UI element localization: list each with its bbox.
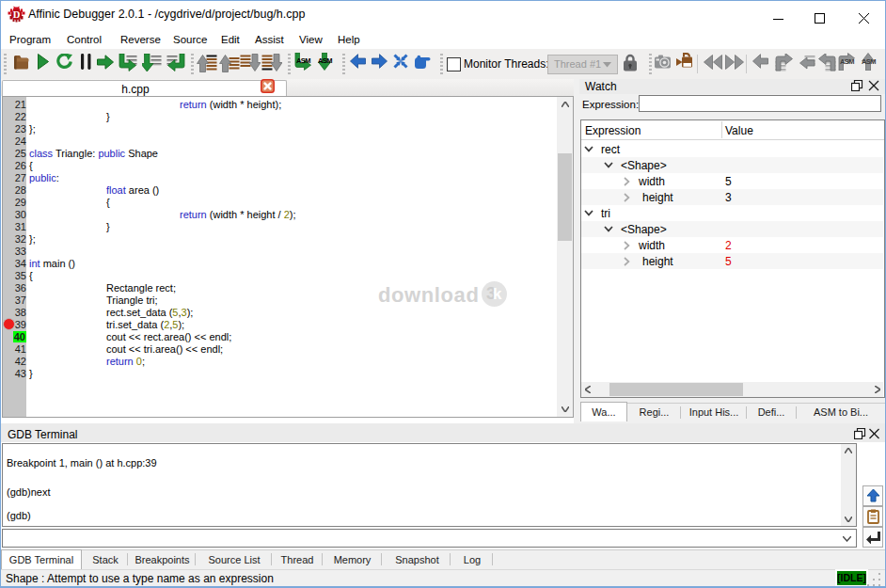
- svg-text:ASM: ASM: [318, 56, 332, 65]
- svg-text:ASM: ASM: [296, 56, 310, 65]
- svg-text:ASM: ASM: [840, 57, 854, 66]
- svg-text:ASM: ASM: [862, 57, 876, 66]
- svg-text:D: D: [13, 9, 21, 20]
